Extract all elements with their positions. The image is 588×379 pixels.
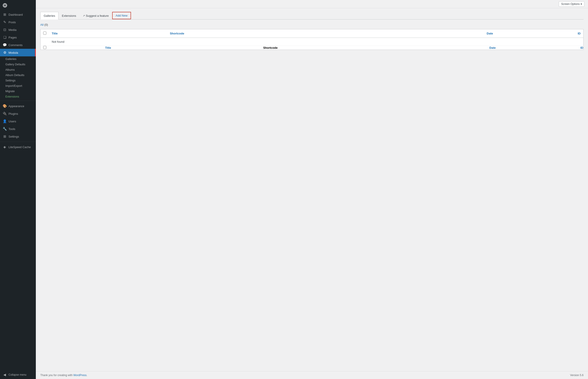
sidebar-item-comments[interactable]: 💬 Comments — [0, 41, 36, 49]
sidebar-divider — [0, 101, 36, 101]
tab-suggest[interactable]: ↗ Suggest a feature — [80, 12, 112, 19]
tab-add-new[interactable]: Add New — [112, 12, 131, 19]
column-title-footer[interactable]: Title — [49, 46, 167, 50]
table-header-row: Title Shortcode Date ID — [41, 29, 584, 38]
column-date-label: Date — [487, 32, 493, 35]
submenu-item-galleries[interactable]: Galleries — [0, 56, 36, 62]
sidebar-item-label: Media — [9, 28, 16, 32]
sidebar-item-plugins[interactable]: 🔌 Plugins — [0, 110, 36, 117]
sidebar-item-posts[interactable]: ✎ Posts — [0, 18, 36, 26]
sidebar-item-appearance[interactable]: 🎨 Appearance — [0, 102, 36, 110]
sidebar-item-label: Posts — [9, 21, 16, 24]
table-row-not-found: Not found — [41, 38, 584, 46]
sidebar-item-pages[interactable]: ❏ Pages — [0, 33, 36, 41]
appearance-icon: 🎨 — [3, 104, 7, 108]
filter-count: (0) — [44, 23, 48, 26]
check-all-checkbox[interactable] — [43, 32, 46, 35]
column-title-footer-label: Title — [105, 46, 111, 49]
column-title[interactable]: Title — [49, 29, 167, 38]
table-row-footer: Title Shortcode Date ID — [41, 46, 584, 50]
footer-left: Thank you for creating with WordPress. — [40, 374, 87, 377]
sidebar-item-label: Dashboard — [9, 13, 23, 16]
main-content: Screen Options ▾ Galleries Extensions ↗ … — [36, 0, 588, 379]
sidebar-item-label: Comments — [9, 43, 23, 47]
page-footer: Thank you for creating with WordPress. V… — [36, 371, 588, 379]
sidebar-item-label: Users — [9, 120, 16, 123]
sidebar-item-settings[interactable]: ⊞ Settings — [0, 133, 36, 140]
sidebar-item-tools[interactable]: 🔧 Tools — [0, 125, 36, 133]
column-id[interactable]: ID — [496, 29, 584, 38]
sidebar-item-label: LiteSpeed Cache — [9, 145, 31, 149]
footer-thank-you-text: Thank you for creating with — [40, 374, 73, 377]
column-shortcode-footer-label: Shortcode — [263, 46, 278, 49]
sidebar-item-label: Appearance — [9, 105, 24, 108]
galleries-table: Title Shortcode Date ID Not found — [40, 29, 584, 50]
column-date-footer-label: Date — [490, 46, 496, 49]
tools-icon: 🔧 — [3, 127, 7, 131]
screen-options-label: Screen Options — [561, 2, 580, 6]
column-id-footer-label: ID — [580, 46, 583, 49]
column-shortcode: Shortcode — [167, 29, 374, 38]
settings-icon: ⊞ — [3, 134, 7, 139]
footer-wp-link[interactable]: WordPress — [73, 374, 86, 377]
modula-icon: ⚙ — [3, 50, 7, 55]
footer-version: Version 5.6 — [570, 374, 584, 377]
table-body: Not found Title Shortcode Date — [41, 38, 584, 50]
column-id-footer[interactable]: ID — [496, 46, 584, 50]
sidebar-item-dashboard[interactable]: ⊞ Dashboard — [0, 11, 36, 18]
submenu-item-migrate[interactable]: Migrate — [0, 89, 36, 94]
sidebar-logo: W — [0, 0, 36, 11]
collapse-label: Collapse menu — [9, 373, 26, 376]
filter-bar: All (0) — [40, 23, 584, 26]
screen-options-arrow-icon: ▾ — [581, 2, 582, 6]
column-date[interactable]: Date — [374, 29, 496, 38]
submenu-item-settings[interactable]: Settings — [0, 78, 36, 83]
sidebar-item-label: Tools — [9, 127, 15, 131]
column-shortcode-label: Shortcode — [170, 32, 184, 35]
tab-suggest-label: Suggest a feature — [86, 14, 109, 17]
sidebar-item-modula[interactable]: ⚙ Modula — [0, 49, 36, 56]
sidebar-item-label: Settings — [9, 135, 19, 138]
nav-tabs: Galleries Extensions ↗ Suggest a feature… — [40, 12, 584, 19]
tab-extensions-label: Extensions — [62, 14, 76, 17]
topbar: Screen Options ▾ — [36, 0, 588, 8]
sidebar: W ⊞ Dashboard ✎ Posts ⊡ Media ❏ Pages 💬 … — [0, 0, 36, 379]
tab-galleries[interactable]: Galleries — [40, 12, 58, 19]
wp-icon: W — [3, 3, 7, 8]
page-content: Galleries Extensions ↗ Suggest a feature… — [36, 8, 588, 371]
sidebar-item-users[interactable]: 👤 Users — [0, 117, 36, 125]
submenu-item-extensions[interactable]: Extensions — [0, 94, 36, 99]
tab-galleries-label: Galleries — [44, 14, 55, 17]
table-header: Title Shortcode Date ID — [41, 29, 584, 38]
submenu-item-album-defaults[interactable]: Album Defaults — [0, 73, 36, 78]
litespeed-icon: ◈ — [3, 145, 7, 149]
empty-check-cell — [41, 38, 49, 46]
column-id-label: ID — [578, 32, 581, 35]
comments-icon: 💬 — [3, 43, 7, 47]
users-icon: 👤 — [3, 119, 7, 123]
submenu-item-albums[interactable]: Albums — [0, 67, 36, 73]
tab-add-new-label: Add New — [116, 14, 128, 17]
submenu-item-import-export[interactable]: Import/Export — [0, 83, 36, 89]
check-footer-checkbox[interactable] — [43, 46, 46, 49]
sidebar-item-label: Pages — [9, 36, 17, 39]
tab-extensions[interactable]: Extensions — [58, 12, 80, 19]
filter-label: All — [40, 23, 43, 26]
media-icon: ⊡ — [3, 28, 7, 32]
check-footer-column — [41, 46, 49, 50]
sidebar-item-label: Modula — [9, 51, 18, 54]
external-link-icon: ↗ — [83, 14, 85, 17]
sidebar-item-label: Plugins — [9, 112, 18, 115]
sidebar-item-litespeed[interactable]: ◈ LiteSpeed Cache — [0, 143, 36, 151]
modula-submenu: Galleries Gallery Defaults Albums Album … — [0, 56, 36, 99]
check-all-column — [41, 29, 49, 38]
column-date-footer[interactable]: Date — [374, 46, 496, 50]
posts-icon: ✎ — [3, 20, 7, 24]
sidebar-collapse-menu[interactable]: ◀ Collapse menu — [0, 370, 36, 379]
sidebar-item-media[interactable]: ⊡ Media — [0, 26, 36, 33]
screen-options-button[interactable]: Screen Options ▾ — [559, 1, 584, 7]
column-shortcode-footer: Shortcode — [167, 46, 374, 50]
sidebar-divider-2 — [0, 142, 36, 142]
submenu-item-gallery-defaults[interactable]: Gallery Defaults — [0, 62, 36, 67]
filter-all-link[interactable]: All — [40, 23, 44, 26]
